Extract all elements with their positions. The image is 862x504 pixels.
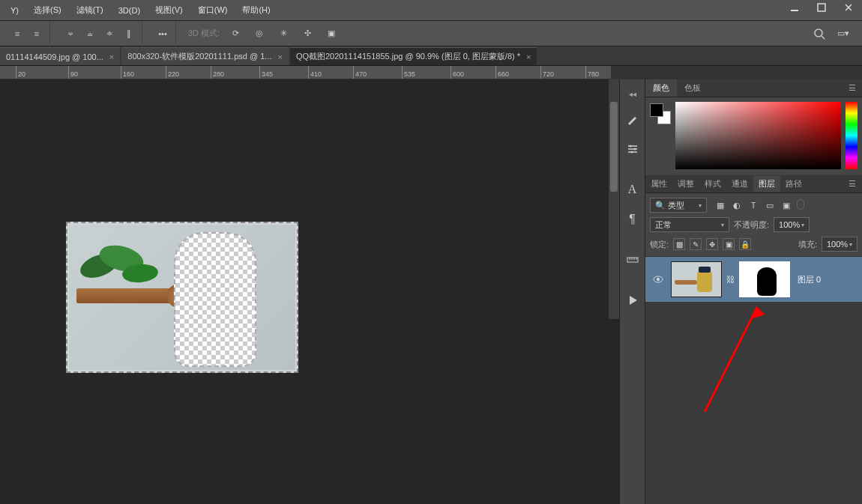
- tab-styles[interactable]: 样式: [699, 176, 726, 192]
- document-canvas[interactable]: [66, 222, 298, 373]
- opacity-label: 不透明度:: [734, 219, 769, 231]
- menu-item-window[interactable]: 窗口(W): [190, 1, 235, 19]
- tab-color[interactable]: 颜色: [645, 79, 677, 97]
- workspace: ◂◂ A ¶ 颜色 色板 ☰ 属性 调整 样式 通道 图层: [0, 79, 862, 504]
- menu-item-filter[interactable]: 滤镜(T): [69, 1, 111, 19]
- menu-item-select[interactable]: 选择(S): [26, 1, 69, 19]
- align-stretch-icon[interactable]: ‖: [121, 25, 137, 42]
- image-surface: [69, 225, 295, 370]
- color-picker-field[interactable]: [675, 102, 841, 169]
- play-panel-icon[interactable]: [624, 292, 641, 309]
- tab-layers[interactable]: 图层: [753, 176, 780, 192]
- panel-menu-icon[interactable]: ☰: [843, 83, 862, 93]
- filter-shape-icon[interactable]: ▭: [764, 199, 776, 211]
- menubar: Y) 选择(S) 滤镜(T) 3D(D) 视图(V) 窗口(W) 帮助(H): [0, 0, 862, 21]
- fg-bg-swatch[interactable]: [650, 103, 671, 124]
- layer-list: ⛓ 图层 0: [645, 257, 862, 504]
- lock-transparency-icon[interactable]: ▩: [673, 238, 685, 250]
- layer-thumbnail[interactable]: [671, 261, 722, 297]
- color-panel: [645, 97, 862, 175]
- svg-point-7: [633, 148, 636, 151]
- layer-row[interactable]: ⛓ 图层 0: [645, 257, 862, 302]
- window-controls: [781, 0, 862, 15]
- layer-mask-thumbnail[interactable]: [739, 261, 790, 297]
- layer-name[interactable]: 图层 0: [798, 274, 821, 285]
- maximize-button[interactable]: [808, 0, 835, 15]
- dolly-icon[interactable]: ✳: [275, 25, 292, 42]
- brush-panel-icon[interactable]: [624, 111, 641, 127]
- close-icon[interactable]: ×: [109, 52, 114, 61]
- align-top-icon[interactable]: ⫧: [62, 25, 79, 42]
- align-right-icon[interactable]: ≡: [28, 25, 45, 42]
- doctab-label: 01114144509.jpg @ 100...: [6, 52, 103, 61]
- lock-artboard-icon[interactable]: ▣: [723, 238, 735, 250]
- layers-panel-tabs: 属性 调整 样式 通道 图层 路径 ☰: [645, 175, 862, 193]
- orbit-icon[interactable]: ⟳: [227, 25, 244, 42]
- slide-icon[interactable]: ✣: [299, 25, 316, 42]
- camera-icon[interactable]: ▣: [323, 25, 340, 42]
- ruler-tick: 160: [121, 66, 134, 79]
- document-tab-2[interactable]: QQ截图20201114151855.jpg @ 90.9% (图层 0, 图层…: [290, 47, 537, 65]
- lock-all-icon[interactable]: 🔒: [739, 238, 751, 250]
- svg-point-8: [630, 151, 633, 154]
- hue-strip[interactable]: [846, 102, 858, 169]
- blend-mode-select[interactable]: 正常▾: [650, 217, 729, 232]
- fill-input[interactable]: 100%▾: [822, 237, 858, 252]
- close-button[interactable]: [835, 0, 862, 15]
- svg-rect-1: [818, 4, 825, 11]
- layer-filter-kind-select[interactable]: 🔍 类型▾: [650, 198, 707, 213]
- spoon-graphic: [76, 288, 181, 303]
- paragraph-panel-icon[interactable]: ¶: [624, 211, 641, 228]
- doctab-label: QQ截图20201114151855.jpg @ 90.9% (图层 0, 图层…: [296, 51, 520, 62]
- workspace-switch-icon[interactable]: ▭▾: [835, 25, 852, 42]
- align-bottom-icon[interactable]: ⫩: [101, 25, 118, 42]
- opacity-input[interactable]: 100%▾: [774, 217, 810, 232]
- foreground-color-swatch[interactable]: [650, 103, 663, 117]
- tab-channels[interactable]: 通道: [726, 176, 753, 192]
- close-icon[interactable]: ×: [526, 52, 531, 61]
- color-panel-tabs: 颜色 色板 ☰: [645, 79, 862, 97]
- document-tab-0[interactable]: 01114144509.jpg @ 100...×: [0, 47, 120, 65]
- minimize-button[interactable]: [781, 0, 808, 15]
- more-options-icon[interactable]: •••: [154, 25, 171, 42]
- document-tab-bar: 01114144509.jpg @ 100...× 800x320-软件模版20…: [0, 46, 862, 66]
- measure-panel-icon[interactable]: [624, 252, 641, 268]
- character-panel-icon[interactable]: A: [624, 181, 641, 198]
- ruler-tick: 600: [450, 66, 464, 79]
- pan-icon[interactable]: ◎: [251, 25, 268, 42]
- filter-toggle-icon[interactable]: [797, 199, 804, 210]
- mask-link-icon[interactable]: ⛓: [726, 275, 735, 284]
- tab-adjustments[interactable]: 调整: [672, 176, 699, 192]
- filter-pixel-icon[interactable]: ▦: [714, 199, 726, 211]
- tab-swatches[interactable]: 色板: [677, 79, 708, 97]
- lock-position-icon[interactable]: ✥: [706, 238, 718, 250]
- scrollbar-thumb[interactable]: [610, 102, 618, 192]
- close-icon[interactable]: ×: [277, 52, 282, 61]
- search-icon[interactable]: [811, 25, 828, 42]
- document-tab-1[interactable]: 800x320-软件模版20201111.psd @ 1...×: [121, 47, 289, 65]
- menu-item-help[interactable]: 帮助(H): [235, 1, 277, 19]
- layers-controls: 🔍 类型▾ ▦ ◐ T ▭ ▣ 正常▾ 不透明度: 100%▾ 锁定:: [645, 193, 862, 257]
- menu-item-y[interactable]: Y): [3, 3, 26, 18]
- ruler-tick: 470: [353, 66, 367, 79]
- filter-type-icon[interactable]: T: [747, 199, 759, 211]
- filter-smart-icon[interactable]: ▣: [780, 199, 792, 211]
- tab-paths[interactable]: 路径: [780, 176, 807, 192]
- align-vcenter-icon[interactable]: ⫨: [82, 25, 98, 42]
- menu-item-view[interactable]: 视图(V): [148, 1, 190, 19]
- opacity-value: 100%: [779, 220, 800, 229]
- tab-properties[interactable]: 属性: [645, 176, 672, 192]
- panel-menu-icon[interactable]: ☰: [843, 179, 862, 189]
- menu-item-3d[interactable]: 3D(D): [111, 3, 148, 18]
- expand-panel-icon[interactable]: ◂◂: [624, 90, 641, 97]
- layer-visibility-toggle[interactable]: [650, 273, 666, 285]
- adjustments-panel-icon[interactable]: [624, 141, 641, 157]
- ruler-tick: 535: [402, 66, 415, 79]
- canvas-area[interactable]: [0, 79, 619, 504]
- lock-paint-icon[interactable]: ✎: [690, 238, 702, 250]
- vertical-scrollbar[interactable]: [609, 79, 619, 319]
- align-left-icon[interactable]: ≡: [9, 25, 25, 42]
- fill-label: 填充:: [798, 239, 817, 250]
- filter-adjust-icon[interactable]: ◐: [731, 199, 743, 211]
- ruler-tick: 720: [540, 66, 554, 79]
